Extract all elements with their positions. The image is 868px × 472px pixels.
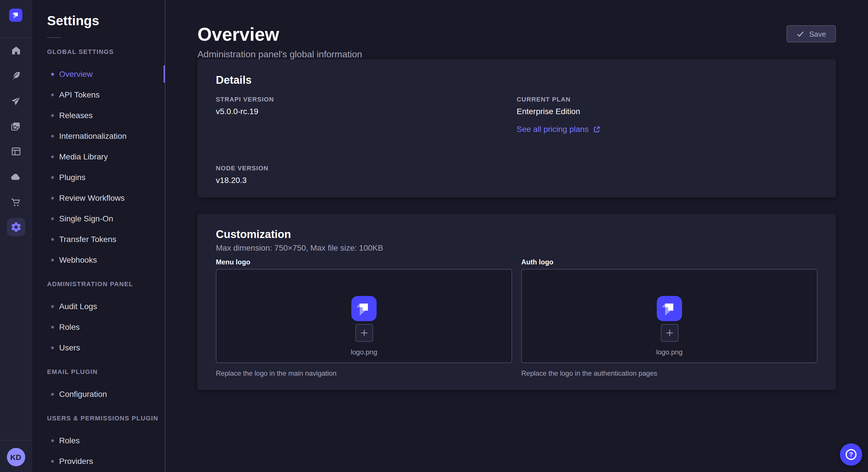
bullet-icon: [51, 258, 54, 261]
menu-logo-label: Menu logo: [216, 258, 512, 267]
auth-logo-dropzone[interactable]: logo.png: [521, 269, 817, 363]
add-logo-button[interactable]: [660, 324, 678, 342]
sidebar-item-cloud[interactable]: [0, 164, 32, 189]
strapi-logo-icon[interactable]: [9, 9, 22, 22]
settings-subnav: Settings GLOBAL SETTINGS Overview API To…: [32, 0, 165, 472]
sidebar-item-webhooks[interactable]: Webhooks: [32, 249, 165, 270]
bullet-icon: [51, 196, 54, 199]
subnav-section-email-plugin: EMAIL PLUGIN Configuration: [32, 368, 165, 404]
sidebar-item-up-roles[interactable]: Roles: [32, 430, 165, 451]
plus-icon: [360, 329, 368, 337]
pricing-plans-link[interactable]: See all pricing plans: [517, 124, 601, 134]
sidebar-item-internationalization[interactable]: Internationalization: [32, 126, 165, 146]
bullet-icon: [51, 393, 54, 396]
question-mark-icon: ?: [846, 449, 857, 460]
auth-logo-label: Auth logo: [521, 258, 817, 267]
bullet-icon: [51, 326, 54, 328]
sidebar-item-up-providers[interactable]: Providers: [32, 451, 165, 471]
bullet-icon: [51, 155, 54, 158]
bullet-icon: [51, 72, 54, 75]
field-label: NODE VERSION: [216, 165, 517, 172]
details-grid: STRAPI VERSION v5.0.0-rc.19 CURRENT PLAN…: [216, 96, 817, 185]
sidebar-item-marketplace[interactable]: [0, 189, 32, 214]
sidebar-item-audit-logs[interactable]: Audit Logs: [32, 296, 165, 316]
sidebar-item-email-configuration[interactable]: Configuration: [32, 384, 165, 404]
sidebar-item-admin-users[interactable]: Users: [32, 337, 165, 358]
main-content: Overview Administration panel's global i…: [165, 0, 868, 472]
avatar[interactable]: KD: [7, 448, 25, 466]
cloud-icon: [10, 171, 21, 182]
auth-logo-upload: Auth logo logo.png Replace the logo in t…: [521, 258, 817, 378]
page-title: Overview: [197, 23, 836, 46]
page-header: Overview Administration panel's global i…: [197, 0, 836, 59]
sidebar-item-api-tokens[interactable]: API Tokens: [32, 84, 165, 105]
bullet-icon: [51, 238, 54, 241]
app-window: KD Settings GLOBAL SETTINGS Overview API…: [0, 0, 868, 472]
subnav-section-global: GLOBAL SETTINGS Overview API Tokens Rele…: [32, 48, 165, 270]
settings-active-pill: [7, 218, 25, 236]
cart-icon: [10, 196, 21, 207]
help-button[interactable]: ?: [840, 443, 862, 466]
customization-card: Customization Max dimension: 750×750, Ma…: [197, 214, 836, 390]
subnav-title-rule: [47, 37, 61, 38]
node-version-field: NODE VERSION v18.20.3: [216, 165, 517, 185]
sidebar-item-review-workflows[interactable]: Review Workflows: [32, 188, 165, 208]
bullet-icon: [51, 114, 54, 117]
bullet-icon: [51, 439, 54, 442]
details-title: Details: [216, 74, 817, 87]
paper-plane-icon: [10, 96, 21, 106]
auth-logo-hint: Replace the logo in the authentication p…: [521, 369, 817, 378]
logo-uploads: Menu logo logo.png Replace the logo in t…: [216, 258, 817, 378]
external-link-icon: [593, 125, 601, 133]
sidebar-item-plugins[interactable]: Plugins: [32, 167, 165, 188]
section-header: EMAIL PLUGIN: [47, 368, 165, 376]
rail-items: [0, 38, 32, 240]
rail-divider-bottom: [0, 440, 32, 440]
customization-title: Customization: [216, 228, 817, 241]
sidebar-item-media-library[interactable]: [0, 113, 32, 139]
current-plan-field: CURRENT PLAN Enterprise Edition See all …: [517, 96, 817, 134]
details-card: Details STRAPI VERSION v5.0.0-rc.19 CURR…: [197, 59, 836, 197]
sidebar-item-overview[interactable]: Overview: [32, 64, 165, 84]
sidebar-item-settings[interactable]: [0, 214, 32, 240]
sidebar-item-admin-roles[interactable]: Roles: [32, 316, 165, 337]
add-logo-button[interactable]: [355, 324, 373, 342]
sidebar-item-layout[interactable]: [0, 139, 32, 164]
sidebar-item-releases[interactable]: [0, 88, 32, 113]
section-header: GLOBAL SETTINGS: [47, 48, 165, 56]
main-nav-rail: KD: [0, 0, 32, 472]
strapi-logo-icon: [657, 296, 682, 321]
sidebar-item-releases[interactable]: Releases: [32, 105, 165, 126]
bullet-icon: [51, 217, 54, 220]
subnav-section-admin-panel: ADMINISTRATION PANEL Audit Logs Roles Us…: [32, 280, 165, 358]
bullet-icon: [51, 305, 54, 308]
sidebar-item-content[interactable]: [0, 63, 32, 88]
layout-icon: [11, 146, 21, 157]
sidebar-item-media-library[interactable]: Media Library: [32, 146, 165, 167]
feather-icon: [11, 71, 21, 81]
sidebar-item-home[interactable]: [0, 38, 32, 63]
gear-icon: [10, 222, 22, 233]
bullet-icon: [51, 176, 54, 179]
field-label: STRAPI VERSION: [216, 96, 517, 103]
images-icon: [10, 121, 21, 132]
field-value: v18.20.3: [216, 175, 517, 185]
save-button[interactable]: Save: [787, 25, 836, 42]
bullet-icon: [51, 346, 54, 349]
bullet-icon: [51, 93, 54, 96]
sidebar-item-transfer-tokens[interactable]: Transfer Tokens: [32, 229, 165, 249]
menu-logo-dropzone[interactable]: logo.png: [216, 269, 512, 363]
logo-filename: logo.png: [656, 347, 683, 357]
plus-icon: [665, 329, 673, 337]
menu-logo-hint: Replace the logo in the main navigation: [216, 369, 512, 378]
bullet-icon: [51, 134, 54, 137]
logo-filename: logo.png: [351, 347, 377, 357]
sidebar-item-single-sign-on[interactable]: Single Sign-On: [32, 208, 165, 229]
field-value: v5.0.0-rc.19: [216, 106, 517, 116]
section-header: USERS & PERMISSIONS PLUGIN: [47, 415, 165, 422]
section-header: ADMINISTRATION PANEL: [47, 280, 165, 288]
check-icon: [797, 30, 805, 38]
strapi-logo-icon: [351, 296, 377, 321]
customization-subtitle: Max dimension: 750×750, Max file size: 1…: [216, 243, 817, 252]
field-label: CURRENT PLAN: [517, 96, 817, 103]
